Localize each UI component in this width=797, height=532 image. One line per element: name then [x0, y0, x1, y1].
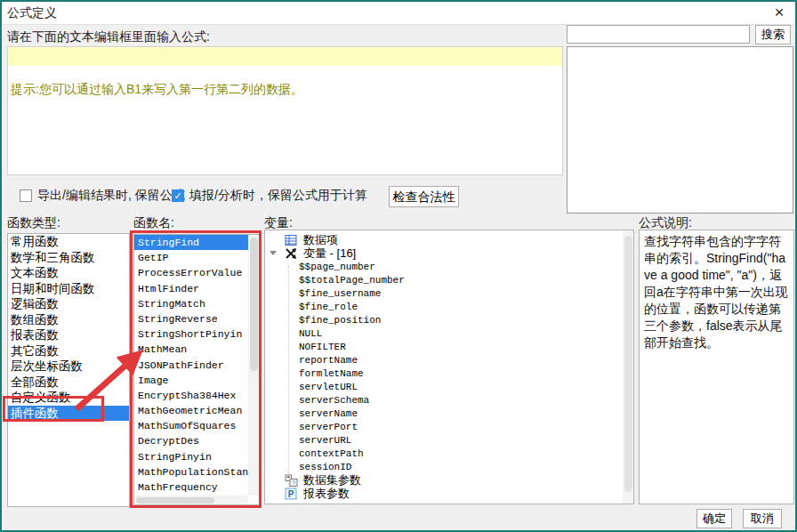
ok-button[interactable]: 确定 [696, 509, 732, 528]
function-name-item[interactable]: MathPopulationStandar [134, 464, 248, 480]
tree-item-label: 报表参数 [303, 486, 350, 502]
fill-keep-formula-option[interactable]: ✓ 填报/分析时，保留公式用于计算 [172, 188, 367, 204]
function-type-item[interactable]: 逻辑函数 [8, 296, 129, 312]
tree-item-label: serverSchema [299, 395, 369, 406]
tree-item[interactable]: contextPath [265, 447, 623, 460]
expander-icon[interactable] [270, 251, 277, 255]
function-name-item[interactable]: EncryptSha384Hex [134, 388, 248, 403]
function-type-item[interactable]: 文本函数 [8, 265, 129, 281]
tree-item[interactable]: $$page_number [265, 260, 623, 273]
tree-item-label: 变量 - [16] [303, 246, 356, 262]
fill-keep-formula-checkbox[interactable]: ✓ [172, 189, 184, 202]
function-type-item[interactable]: 报表函数 [8, 327, 129, 343]
function-name-item[interactable]: Image [134, 373, 248, 388]
tree-item-label: $fine_username [299, 288, 381, 299]
function-name-item[interactable]: MathFrequency [134, 480, 248, 495]
tree-item[interactable]: serverName [265, 407, 623, 420]
function-type-item[interactable]: 常用函数 [8, 234, 129, 250]
tree-item[interactable]: 变量 - [16] [265, 246, 623, 260]
tree-item-label: $$page_number [299, 262, 375, 272]
tree-item-label: $fine_position [299, 315, 381, 326]
function-list-vertical-scrollbar[interactable] [248, 235, 259, 496]
function-name-item[interactable]: MathMean [134, 342, 248, 357]
report-parameter-icon: P [285, 488, 299, 500]
function-name-item[interactable]: StringReverse [134, 311, 248, 326]
scrollbar-thumb[interactable] [250, 238, 258, 371]
tree-item-label: formletName [299, 368, 364, 379]
tree-item-label: contextPath [299, 448, 364, 459]
tree-item[interactable]: formletName [265, 367, 623, 380]
tree-item[interactable]: serverPort [265, 420, 623, 433]
tree-item-label: NULL [299, 328, 322, 339]
function-type-item[interactable]: 自定义函数 [8, 390, 129, 406]
formula-description-text: 查找字符串包含的字字符串的索引。StringFind("have a good … [644, 233, 789, 351]
variable-tree: 数据项变量 - [16]$$page_number$$totalPage_num… [264, 230, 634, 504]
function-type-item[interactable]: 数学和三角函数 [8, 250, 129, 266]
tree-item[interactable]: $$totalPage_number [265, 273, 623, 286]
svg-text:?: ? [292, 479, 296, 487]
variable-tree-scrollbar[interactable] [623, 230, 633, 504]
function-type-item[interactable]: 全部函数 [8, 375, 129, 391]
formula-definition-dialog: 公式定义 × 请在下面的文本编辑框里面输入公式: 搜索 提示:您可以通过输入B1… [0, 0, 797, 532]
formula-editor[interactable]: 提示:您可以通过输入B1来写入第一行第二列的数据。 [7, 46, 563, 175]
tree-item-label: sessionID [299, 462, 351, 472]
function-name-item[interactable]: MathSumOfSquares [134, 418, 248, 433]
function-name-item[interactable]: StringShortPinyin [134, 326, 248, 342]
function-type-item[interactable]: 日期和时间函数 [8, 281, 129, 297]
export-keep-formula-option[interactable]: 导出/编辑结果时, 保留公式 [20, 188, 185, 204]
tree-item[interactable]: reportName [265, 353, 623, 367]
tree-item-label: reportName [299, 355, 358, 366]
function-name-item[interactable]: GetIP [134, 250, 248, 265]
function-name-item[interactable]: StringMatch [134, 296, 248, 311]
tree-item-label: serverName [299, 408, 358, 419]
tree-item[interactable]: P报表参数 [265, 487, 623, 500]
scrollbar-thumb[interactable] [624, 236, 632, 492]
function-name-item[interactable]: DecryptDes [134, 433, 248, 448]
variable-icon [285, 247, 299, 260]
editor-active-line [8, 47, 562, 66]
formula-prompt-label: 请在下面的文本编辑框里面输入公式: [7, 29, 210, 45]
editor-hint-text: 提示:您可以通过输入B1来写入第一行第二列的数据。 [11, 82, 303, 98]
tree-item-label: $fine_role [299, 302, 358, 312]
tree-item[interactable]: serverSchema [265, 393, 623, 407]
function-type-label: 函数类型: [7, 215, 60, 231]
scrollbar-thumb[interactable] [136, 497, 214, 504]
function-type-item[interactable]: 层次坐标函数 [8, 359, 129, 375]
search-results-panel [567, 46, 793, 214]
tree-item[interactable]: $fine_role [265, 300, 623, 313]
function-type-item[interactable]: 其它函数 [8, 343, 129, 359]
function-type-item[interactable]: 数组函数 [8, 312, 129, 328]
function-name-item[interactable]: HtmlFinder [134, 281, 248, 296]
close-icon[interactable]: × [769, 3, 790, 22]
titlebar: 公式定义 × [2, 2, 795, 24]
tree-item[interactable]: $fine_position [265, 313, 623, 326]
export-keep-formula-label: 导出/编辑结果时, 保留公式 [37, 188, 185, 204]
tree-item-label: servletURL [299, 382, 358, 392]
tree-item[interactable]: servletURL [265, 380, 623, 393]
function-name-label: 函数名: [133, 215, 174, 231]
search-button[interactable]: 搜索 [755, 25, 791, 44]
tree-item-label: $$totalPage_number [299, 275, 405, 286]
function-type-list: 常用函数数学和三角函数文本函数日期和时间函数逻辑函数数组函数报表函数其它函数层次… [7, 233, 130, 507]
tree-item[interactable]: $fine_username [265, 286, 623, 300]
function-name-item[interactable]: StringFind [134, 235, 248, 250]
function-name-item[interactable]: JSONPathFinder [134, 358, 248, 373]
search-input[interactable] [567, 25, 750, 44]
function-type-item[interactable]: 插件函数 [8, 406, 129, 422]
function-name-list: StringFindGetIPProcessErrorValueHtmlFind… [133, 234, 260, 505]
svg-text:P: P [288, 489, 294, 499]
function-list-horizontal-scrollbar[interactable] [134, 496, 248, 504]
data-item-icon [285, 234, 299, 246]
tree-item[interactable]: serverURL [265, 433, 623, 447]
tree-item-label: NOFILTER [299, 342, 346, 352]
function-name-item[interactable]: ProcessErrorValue [134, 265, 248, 280]
check-validity-button[interactable]: 检查合法性 [389, 186, 459, 207]
function-name-item[interactable]: MathGeometricMean [134, 403, 248, 418]
cancel-button[interactable]: 取消 [743, 509, 782, 528]
formula-description-panel: 查找字符串包含的字字符串的索引。StringFind("have a good … [639, 230, 794, 504]
export-keep-formula-checkbox[interactable] [20, 189, 32, 202]
dialog-title: 公式定义 [7, 2, 57, 24]
tree-item[interactable]: NOFILTER [265, 340, 623, 353]
tree-item[interactable]: NULL [265, 326, 623, 340]
function-name-item[interactable]: StringPinyin [134, 449, 248, 464]
